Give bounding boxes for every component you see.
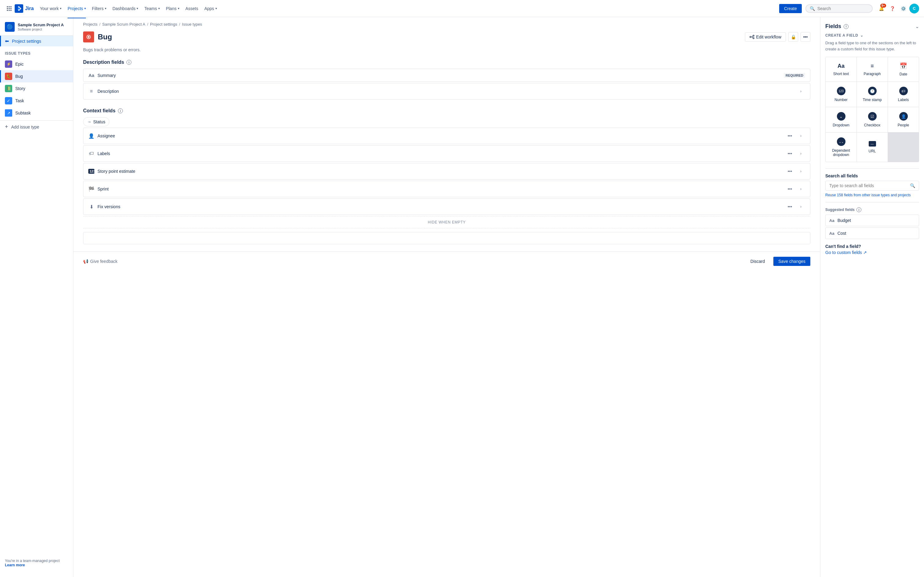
field-type-timestamp[interactable]: 🕐 Time stamp <box>857 82 888 107</box>
breadcrumb-project[interactable]: Sample Scrum Project A <box>102 22 145 27</box>
summary-field[interactable]: Aa Summary REQUIRED <box>83 69 810 82</box>
sprint-field[interactable]: 🏁 Sprint ••• › <box>83 181 810 197</box>
assignee-field-name: Assignee <box>97 134 115 138</box>
field-type-url[interactable]: — URL <box>857 132 888 162</box>
field-type-checkbox[interactable]: ☑ Checkbox <box>857 107 888 132</box>
story-point-more-button[interactable]: ••• <box>785 167 794 176</box>
filters-chevron-icon: ▾ <box>105 7 106 10</box>
fix-versions-field[interactable]: ⬇ Fix versions ••• › <box>83 198 810 215</box>
settings-button[interactable]: ⚙️ <box>898 4 908 13</box>
your-work-nav[interactable]: Your work ▾ <box>37 4 64 13</box>
go-to-custom-fields-link[interactable]: Go to custom fields ↗ <box>825 250 919 255</box>
discard-button[interactable]: Discard <box>746 257 770 266</box>
assignee-field[interactable]: 👤 Assignee ••• › <box>83 127 810 144</box>
suggested-info-icon[interactable]: i <box>856 207 861 212</box>
page-title: Bug <box>98 33 112 41</box>
suggested-budget-field[interactable]: Aa Budget <box>825 214 919 226</box>
help-button[interactable]: ❓ <box>887 4 897 13</box>
suggested-cost-field[interactable]: Aa Cost <box>825 227 919 239</box>
panel-info-icon[interactable]: i <box>844 24 848 29</box>
plans-chevron-icon: ▾ <box>178 7 179 10</box>
labels-more-button[interactable]: ••• <box>785 149 794 158</box>
filters-nav[interactable]: Filters ▾ <box>89 4 109 13</box>
field-type-date[interactable]: 📅 Date <box>888 57 919 82</box>
svg-point-12 <box>750 36 751 37</box>
create-field-desc: Drag a field type to one of the sections… <box>825 40 919 52</box>
search-box[interactable]: 🔍 <box>805 4 873 13</box>
fix-versions-icon: ⬇ <box>88 204 94 210</box>
dashboards-chevron-icon: ▾ <box>137 7 138 10</box>
sidebar: 🔵 Sample Scrum Project A Software projec… <box>0 17 73 577</box>
breadcrumb-projects[interactable]: Projects <box>83 22 97 27</box>
more-options-button[interactable]: ••• <box>801 32 810 42</box>
field-type-dropdown[interactable]: ⌄ Dropdown <box>825 107 856 132</box>
context-info-icon[interactable]: i <box>118 108 123 113</box>
description-field-name: Description <box>97 89 119 94</box>
dashboards-nav[interactable]: Dashboards ▾ <box>110 4 141 13</box>
sidebar-item-subtask[interactable]: ↗ Subtask <box>0 107 73 119</box>
save-changes-button[interactable]: Save changes <box>773 257 810 266</box>
labels-expand-button[interactable]: › <box>796 149 805 158</box>
fix-versions-expand-button[interactable]: › <box>796 202 805 211</box>
user-avatar[interactable]: C <box>909 4 919 13</box>
jira-logo[interactable]: Jira <box>15 4 34 13</box>
sprint-expand-button[interactable]: › <box>796 185 805 193</box>
field-type-labels[interactable]: 🏷 Labels <box>888 82 919 107</box>
field-type-dependent-dropdown[interactable]: ⌄⌄ Dependent dropdown <box>825 132 856 162</box>
description-info-icon[interactable]: i <box>126 60 131 65</box>
field-type-number[interactable]: 123 Number <box>825 82 856 107</box>
field-type-people[interactable]: 👤 People <box>888 107 919 132</box>
breadcrumb-sep-1: / <box>99 22 100 27</box>
create-field-section: CREATE A FIELD ⌄ Drag a field type to on… <box>825 33 919 162</box>
sidebar-item-project-settings[interactable]: ⬅ Project settings <box>0 36 73 47</box>
search-all-input[interactable] <box>829 183 908 188</box>
search-input[interactable] <box>817 6 866 11</box>
lock-button[interactable]: 🔒 <box>788 32 798 42</box>
add-issue-type-button[interactable]: + Add issue type <box>0 120 73 133</box>
sidebar-item-epic[interactable]: ⚡ Epic <box>0 58 73 70</box>
search-all-label: Search all fields <box>825 173 919 178</box>
edit-workflow-button[interactable]: Edit workflow <box>745 32 786 42</box>
description-field[interactable]: ≡ Description › <box>83 83 810 100</box>
plans-nav[interactable]: Plans ▾ <box>163 4 182 13</box>
create-field-label: CREATE A FIELD ⌄ <box>825 33 919 37</box>
app-switcher-button[interactable] <box>5 4 13 13</box>
create-button[interactable]: Create <box>779 4 802 13</box>
field-type-short-text[interactable]: Aa Short text <box>825 57 856 82</box>
gear-icon: ⚙️ <box>901 6 906 11</box>
number-icon: 123 <box>837 87 845 95</box>
labels-type-icon: 🏷 <box>899 87 908 95</box>
apps-nav[interactable]: Apps ▾ <box>202 4 220 13</box>
breadcrumb-project-settings[interactable]: Project settings <box>150 22 177 27</box>
give-feedback-button[interactable]: 📢 Give feedback <box>83 259 118 264</box>
sidebar-item-story[interactable]: 📗 Story <box>0 82 73 95</box>
notifications-button[interactable]: 🔔 9+ <box>876 4 886 13</box>
teams-nav[interactable]: Teams ▾ <box>142 4 162 13</box>
assignee-more-button[interactable]: ••• <box>785 132 794 140</box>
story-point-field[interactable]: 123 Story point estimate ••• › <box>83 163 810 179</box>
svg-point-14 <box>753 37 754 39</box>
sprint-more-button[interactable]: ••• <box>785 185 794 193</box>
sidebar-item-task[interactable]: ✓ Task <box>0 95 73 107</box>
learn-more-link[interactable]: Learn more <box>5 563 25 567</box>
svg-rect-4 <box>8 8 10 9</box>
sidebar-item-bug[interactable]: 🐛 Bug <box>0 70 73 82</box>
fix-versions-more-button[interactable]: ••• <box>785 202 794 211</box>
breadcrumb: Projects / Sample Scrum Project A / Proj… <box>73 17 820 29</box>
sidebar-project-header[interactable]: 🔵 Sample Scrum Project A Software projec… <box>0 17 73 36</box>
timestamp-label: Time stamp <box>863 98 882 102</box>
status-field[interactable]: → Status <box>83 117 109 126</box>
field-type-paragraph[interactable]: ≡ Paragraph <box>857 57 888 82</box>
assets-nav[interactable]: Assets <box>183 4 201 13</box>
dropdown-label: Dropdown <box>833 123 850 127</box>
labels-field[interactable]: 🏷 Labels ••• › <box>83 145 810 162</box>
panel-collapse-button[interactable]: ⌄ <box>915 24 919 29</box>
project-info: Sample Scrum Project A Software project <box>18 23 64 31</box>
story-point-expand-button[interactable]: › <box>796 167 805 176</box>
suggested-fields-section: Suggested fields i Aa Budget Aa Cost <box>825 207 919 239</box>
sprint-field-name: Sprint <box>97 187 109 192</box>
description-expand-button[interactable]: › <box>796 87 805 95</box>
search-all-input-container[interactable]: 🔍 <box>825 181 919 190</box>
projects-nav[interactable]: Projects ▾ <box>65 4 88 13</box>
assignee-expand-button[interactable]: › <box>796 132 805 140</box>
